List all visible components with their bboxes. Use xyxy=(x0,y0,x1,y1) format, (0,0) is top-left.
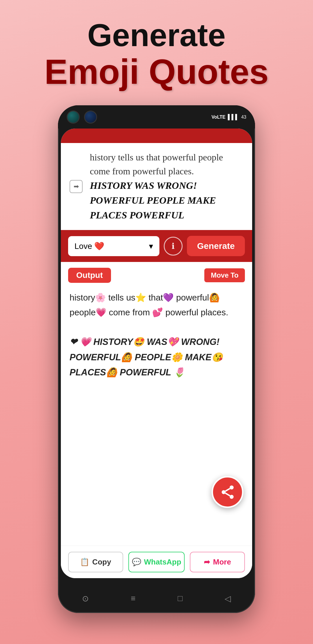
more-button[interactable]: ➦ More xyxy=(190,552,245,572)
copy-icon: 📋 xyxy=(80,558,89,567)
quote-bold-text: HISTORY WAS WRONG! POWERFUL PEOPLE MAKE … xyxy=(90,180,216,220)
camera-lens-main xyxy=(67,111,80,124)
bottom-action-bar: 📋 Copy 💬 WhatsApp ➦ More xyxy=(61,546,252,578)
category-dropdown[interactable]: Love ❤️ ▾ xyxy=(68,236,159,256)
whatsapp-label: WhatsApp xyxy=(144,558,181,567)
quote-normal-text: history tells us that powerful people co… xyxy=(90,152,223,176)
output-text-area: history🌸 tells us⭐ that💜 powerful🙆 peopl… xyxy=(61,287,252,389)
quote-display-area: ➡ history tells us that powerful people … xyxy=(61,143,252,230)
title-line2: Emoji Quotes xyxy=(44,53,268,91)
output-badge: Output xyxy=(68,268,111,283)
share-icon xyxy=(220,484,236,500)
copy-label: Copy xyxy=(92,558,111,567)
copy-button[interactable]: 📋 Copy xyxy=(68,552,123,572)
svg-line-3 xyxy=(225,493,230,495)
phone-mockup: VoLTE ▌▌▌ 43 ➡ history tells us that pow… xyxy=(58,105,255,613)
phone-bottom-nav: ⊙ ≡ □ ◁ xyxy=(61,587,252,610)
svg-point-2 xyxy=(230,495,234,499)
dropdown-arrow-icon: ▾ xyxy=(149,241,153,251)
output-header: Output Move To xyxy=(61,262,252,287)
nav-menu-icon[interactable]: ≡ xyxy=(131,594,135,603)
move-to-icon: ➡ xyxy=(70,180,83,193)
output-normal-text: history🌸 tells us⭐ that💜 powerful🙆 peopl… xyxy=(70,293,228,317)
phone-top-bar: VoLTE ▌▌▌ 43 xyxy=(58,105,255,129)
phone-screen: ➡ history tells us that powerful people … xyxy=(61,129,252,578)
output-bold-text: ❤ 💗 HISTORY🤩 WAS💖 WRONG! POWERFUL🙆 PEOPL… xyxy=(70,337,223,377)
move-to-button[interactable]: Move To xyxy=(204,268,245,282)
signal-icon: ▌▌▌ xyxy=(228,114,239,120)
nav-back-icon[interactable]: ◁ xyxy=(225,594,231,603)
battery-icon: 43 xyxy=(241,114,246,120)
more-label: More xyxy=(213,558,231,567)
svg-line-4 xyxy=(225,488,230,491)
nav-square-icon[interactable]: □ xyxy=(178,594,183,603)
controls-row: Love ❤️ ▾ ℹ Generate xyxy=(61,230,252,262)
info-button[interactable]: ℹ xyxy=(164,237,183,256)
category-label: Love ❤️ xyxy=(74,241,105,251)
whatsapp-icon: 💬 xyxy=(132,558,141,567)
status-bar: VoLTE ▌▌▌ 43 xyxy=(212,114,246,120)
share-fab-button[interactable] xyxy=(212,476,243,508)
camera-area xyxy=(67,111,97,124)
quote-preview-text: history tells us that powerful people co… xyxy=(90,150,242,222)
app-header xyxy=(61,129,252,143)
whatsapp-button[interactable]: 💬 WhatsApp xyxy=(128,552,185,572)
generate-button[interactable]: Generate xyxy=(187,236,245,256)
camera-lens-secondary xyxy=(84,111,97,124)
title-line1: Generate xyxy=(44,17,268,53)
page-title: Generate Emoji Quotes xyxy=(44,17,268,91)
svg-point-0 xyxy=(230,485,234,489)
more-icon: ➦ xyxy=(204,558,210,567)
volte-icon: VoLTE xyxy=(212,114,225,120)
info-icon: ℹ xyxy=(172,241,175,251)
nav-home-icon[interactable]: ⊙ xyxy=(82,594,89,603)
svg-point-1 xyxy=(221,490,225,494)
output-section: Output Move To history🌸 tells us⭐ that💜 … xyxy=(61,262,252,546)
